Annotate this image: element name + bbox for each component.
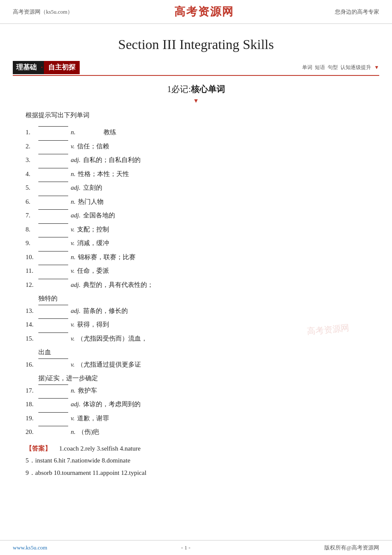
- vocab-num: 19.: [26, 412, 38, 425]
- vocab-blank[interactable]: [38, 305, 68, 305]
- bar-right-tags: 单词 短语 句型 认知逐级提升 ▼: [302, 64, 379, 71]
- vocab-def: 全国各地的: [83, 209, 115, 222]
- vocab-def: 信任；信赖: [77, 140, 109, 153]
- vocab-blank[interactable]: [38, 412, 68, 413]
- answer-line-2: 5．instant 6.hit 7.nationwide 8.dominate: [26, 454, 366, 467]
- vocab-blank[interactable]: [38, 358, 68, 359]
- vocab-num: 3.: [26, 154, 38, 166]
- vocab-num: 8.: [26, 223, 38, 236]
- sub-title-bold: 核心单词: [191, 84, 225, 94]
- vocab-blank[interactable]: [38, 318, 68, 319]
- answer-line-3: 9．absorb 10.tournament 11.appoint 12.typ…: [26, 467, 366, 479]
- vocab-blank[interactable]: [38, 426, 68, 426]
- vocab-pos: v.: [71, 140, 75, 153]
- tag-phrase: 短语: [315, 64, 325, 70]
- vocab-blank[interactable]: [38, 332, 68, 333]
- main-title: Section III Integrating Skills: [0, 37, 392, 52]
- instructions: 根据提示写出下列单词: [26, 111, 366, 119]
- tag-level: 认知逐级提升: [340, 64, 371, 70]
- vocab-item: 9. v. 消减，缓冲: [26, 237, 366, 249]
- vocab-def-indent: 据)证实，进一步确定: [38, 372, 366, 384]
- footer-url: www.ks5u.com: [13, 544, 47, 551]
- vocab-num: 11.: [26, 265, 38, 277]
- vocab-blank[interactable]: [38, 182, 68, 182]
- vocab-num: 6.: [26, 196, 38, 208]
- header-left: 高考资源网（ks5u.com）: [13, 8, 73, 16]
- answer-content-1: 1.coach 2.rely 3.selfish 4.nature: [53, 445, 141, 452]
- vocab-item: 19. v. 道歉，谢罪: [26, 412, 366, 425]
- section-bar: 理基础 · 自主初探 单词 短语 句型 认知逐级提升 ▼: [13, 61, 379, 74]
- vocab-blank[interactable]: [38, 168, 68, 168]
- vocab-item: 1. n. 教练: [26, 126, 366, 139]
- sub-title: 1必记:核心单词: [0, 84, 392, 95]
- vocab-item: 6. n. 热门人物: [26, 196, 366, 208]
- vocab-item: 13. adj. 苗条的，修长的: [26, 305, 366, 317]
- vocab-item: 3. adj. 自私的；自私自利的: [26, 154, 366, 166]
- vocab-pos: n.: [71, 426, 75, 438]
- vocab-num: 12.: [26, 279, 38, 291]
- answer-label: 【答案】: [26, 445, 51, 452]
- vocab-pos: adj.: [71, 209, 81, 222]
- vocab-def-indent: 独特的: [38, 292, 366, 305]
- vocab-blank[interactable]: [38, 223, 68, 224]
- vocab-blank[interactable]: [38, 154, 68, 154]
- vocab-def: 救护车: [78, 384, 97, 397]
- vocab-blank[interactable]: [38, 237, 68, 237]
- vocab-blank[interactable]: [38, 140, 68, 141]
- vocab-def: 支配；控制: [77, 223, 109, 236]
- vocab-blank[interactable]: [38, 126, 68, 127]
- vocab-blank[interactable]: [38, 209, 68, 210]
- arrow-down-icon: ▼: [374, 64, 379, 70]
- vocab-num: 10.: [26, 251, 38, 263]
- vocab-def: 获得，得到: [77, 318, 109, 331]
- vocab-pos: adj.: [71, 279, 81, 291]
- sub-title-prefix: 1必记:: [167, 84, 191, 94]
- vocab-pos: v.: [71, 237, 75, 249]
- vocab-num: 18.: [26, 398, 38, 410]
- vocab-def: （伤)疤: [78, 426, 99, 438]
- vocab-def: 性格；本性；天性: [78, 168, 129, 180]
- vocab-pos: v.: [71, 332, 75, 345]
- vocab-pos: v.: [71, 358, 75, 371]
- vocab-def: 苗条的，修长的: [83, 305, 128, 317]
- tag-word: 单词: [302, 64, 312, 70]
- vocab-num: 4.: [26, 168, 38, 180]
- vocab-pos: v.: [71, 318, 75, 331]
- vocab-pos: adj.: [71, 154, 81, 166]
- vocab-blank[interactable]: [38, 196, 68, 196]
- vocab-blank[interactable]: [38, 279, 68, 279]
- vocab-item: 20. n. （伤)疤: [26, 426, 366, 438]
- answer-content-3: 9．absorb 10.tournament 11.appoint 12.typ…: [26, 469, 147, 476]
- vocab-item: 12. adj. 典型的，具有代表性的； 独特的: [26, 279, 366, 305]
- page-footer: www.ks5u.com - 1 - 版权所有@高考资源网: [0, 540, 392, 555]
- header-center-logo: 高考资源网: [174, 4, 234, 19]
- vocab-pos: v.: [71, 223, 75, 236]
- vocab-num: 20.: [26, 426, 38, 438]
- vocab-def: （尤指通过提供更多证: [77, 358, 141, 371]
- vocab-item: 5. adj. 立刻的: [26, 182, 366, 194]
- vocab-item: 11. v. 任命，委派: [26, 265, 366, 277]
- vocab-pos: n.: [71, 384, 75, 397]
- vocab-def: 锦标赛，联赛；比赛: [78, 251, 135, 263]
- vocab-pos: n.: [71, 251, 75, 263]
- vocab-num: 9.: [26, 237, 38, 249]
- footer-page-num: - 1 -: [181, 544, 190, 551]
- vocab-pos: n.: [71, 126, 75, 139]
- vocab-blank[interactable]: [38, 265, 68, 265]
- page-header: 高考资源网（ks5u.com） 高考资源网 您身边的高考专家: [0, 0, 392, 24]
- vocab-pos: v.: [71, 265, 75, 277]
- vocab-num: 17.: [26, 384, 38, 397]
- vocab-item: 18. adj. 体谅的，考虑周到的: [26, 398, 366, 410]
- vocab-def: 典型的，具有代表性的；: [83, 279, 153, 291]
- vocab-def: 教练: [104, 126, 116, 139]
- vocab-blank[interactable]: [38, 398, 68, 399]
- vocab-def: 道歉，谢罪: [77, 412, 109, 425]
- vocab-item: 7. adj. 全国各地的: [26, 209, 366, 222]
- vocab-item: 15. v. （尤指因受伤而）流血， 出血: [26, 332, 366, 358]
- vocab-blank[interactable]: [38, 384, 68, 385]
- vocab-num: 15.: [26, 332, 38, 345]
- bar-label-left: 理基础: [16, 63, 37, 72]
- vocab-pos: adj.: [71, 182, 81, 194]
- vocab-num: 14.: [26, 318, 38, 331]
- vocab-blank[interactable]: [38, 251, 68, 251]
